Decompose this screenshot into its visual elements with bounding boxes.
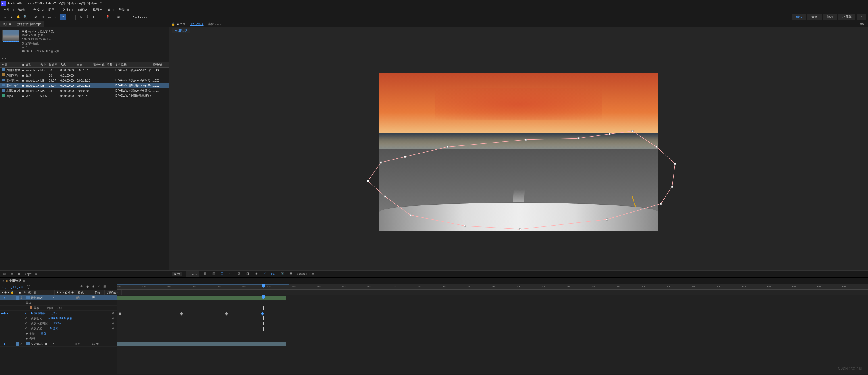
guides-icon[interactable]: ▤ <box>211 272 216 276</box>
snapshot-icon[interactable]: 📷 <box>280 272 285 276</box>
pickwhip-icon[interactable]: ⊚ <box>112 317 114 320</box>
menu-effect[interactable]: 效果(T) <box>61 8 75 12</box>
playhead-line[interactable] <box>263 295 264 374</box>
col-framerate[interactable]: 帧速率 <box>47 63 59 67</box>
mask-toggle-icon[interactable]: ◫ <box>220 272 225 276</box>
lock-icon[interactable]: 🔒 <box>172 23 175 26</box>
pickwhip-icon[interactable]: ⊚ <box>112 322 114 325</box>
exposure-icon[interactable]: ☀ <box>262 272 268 276</box>
pickwhip-icon[interactable]: ⊚ <box>112 327 114 330</box>
col-out[interactable]: 出点 <box>75 63 92 67</box>
col-in[interactable]: 入点 <box>59 63 75 67</box>
col-tape[interactable]: 磁带名称 <box>92 63 105 67</box>
menu-view[interactable]: 视图(V) <box>90 8 105 12</box>
mask-1-row[interactable]: 蒙版 1 相加 ~ 反转 <box>0 306 117 311</box>
col-parent[interactable]: 父级和链接 <box>104 290 122 295</box>
menu-file[interactable]: 文件(F) <box>1 8 16 12</box>
eye-icon[interactable]: ● <box>0 296 9 299</box>
menu-window[interactable]: 窗口 <box>105 8 116 12</box>
project-item[interactable]: 夕阳转场■合成300:01:00:00 <box>0 73 169 78</box>
roto-tool[interactable]: ✦ <box>98 14 104 20</box>
mask-name[interactable]: 蒙版 1 <box>34 307 41 310</box>
stopwatch-icon[interactable]: ⏱ <box>25 322 29 325</box>
footage-none[interactable]: 素材（无） <box>208 22 222 26</box>
pan-behind-tool[interactable]: ⊕ <box>39 14 46 20</box>
panel-menu-icon[interactable]: × <box>2 279 4 283</box>
keyframe[interactable] <box>118 312 121 315</box>
interpret-btn[interactable]: ▦ <box>2 271 7 277</box>
clone-tool[interactable]: ⌇ <box>84 14 90 20</box>
project-item[interactable]: 素材.mp4■Importe...XMB29.970:00:00:000;00;… <box>0 83 169 88</box>
bpc-label[interactable]: 8 bpc <box>24 272 32 276</box>
trash-btn[interactable]: 🗑 <box>34 271 39 277</box>
label-color[interactable] <box>16 342 19 346</box>
project-item[interactable]: .mp3■MP36.4 MB0:00:00:000:02:46:18D:\AEW… <box>0 93 169 98</box>
ws-learn[interactable]: 学习 <box>823 13 837 20</box>
layer-row-2[interactable]: ● 2 夕阳素材.mp4 ⁄ 正常 ◎ 无 <box>0 341 117 347</box>
motion-blur-icon[interactable]: ◉ <box>91 285 95 289</box>
switches[interactable]: ⁄ <box>54 296 75 299</box>
comp-sub-link[interactable]: 夕阳转场 <box>172 28 190 33</box>
blend-mode[interactable]: 正常 <box>75 342 92 346</box>
project-item[interactable]: 水墨1.mp4■Importe...XMB250:00:00:000:01:00… <box>0 88 169 93</box>
home-tool[interactable]: ⌂ <box>2 14 8 20</box>
rect-tool[interactable]: ▭ <box>46 14 53 20</box>
roi-icon[interactable]: ▭ <box>228 272 234 276</box>
current-time[interactable]: 0;00;11;20 <box>2 285 23 289</box>
col-mode[interactable]: 模式 <box>76 290 93 295</box>
canvas[interactable] <box>169 33 868 270</box>
fill-icon[interactable]: ▣ <box>115 14 121 20</box>
project-item[interactable]: 素材(1).mp4■Importe...XMB29.970:00:00:000:… <box>0 78 169 83</box>
stopwatch-icon[interactable]: ⏱ <box>25 327 29 330</box>
3d-icon[interactable]: ◨ <box>245 272 250 276</box>
shy-icon[interactable]: 👁 <box>80 285 84 289</box>
label-color[interactable] <box>16 296 19 299</box>
col-name[interactable]: 名称 <box>0 63 21 67</box>
keyframe[interactable] <box>261 312 264 315</box>
col-type[interactable]: 类型 <box>24 63 39 67</box>
ws-small[interactable]: 小屏幕 <box>838 13 856 20</box>
layer-name[interactable]: 素材.mp4 <box>25 296 54 300</box>
draft-3d-icon[interactable]: ▦ <box>102 285 107 289</box>
res-dropdown[interactable]: (二分... <box>186 271 199 277</box>
keyframe[interactable] <box>225 312 228 315</box>
tab-menu-icon[interactable]: ≡ <box>23 279 25 283</box>
ellipse-tool[interactable]: ○ <box>53 14 59 20</box>
graph-icon[interactable]: ⫽ <box>97 285 101 289</box>
mask-invert[interactable]: 反转 <box>56 307 62 310</box>
grid-icon[interactable]: ▦ <box>203 272 208 276</box>
channel-icon[interactable]: ◉ <box>254 272 259 276</box>
frame-blend-icon[interactable]: ◐ <box>85 285 90 289</box>
mask-color[interactable] <box>30 306 32 309</box>
col-comment[interactable]: 注释 <box>105 63 114 67</box>
layer-1-bar[interactable] <box>117 296 286 300</box>
learn-tab[interactable]: 学习 <box>860 22 866 26</box>
brush-tool[interactable]: ✎ <box>77 14 84 20</box>
timeline-search[interactable] <box>27 285 30 289</box>
transform-reset[interactable]: 重置 <box>41 332 46 336</box>
matte-dd[interactable]: ◎ 无 <box>92 342 99 345</box>
mask-prop-row[interactable]: ⏱蒙版不透明度100%⊚ <box>0 321 117 326</box>
menu-anim[interactable]: 动画(A) <box>75 8 91 12</box>
mask-mode[interactable]: 相加 <box>47 307 53 310</box>
layer-2-bar[interactable] <box>117 342 286 346</box>
pickwhip-icon[interactable]: ⊚ <box>112 312 114 315</box>
switches[interactable]: ⁄ <box>54 342 75 345</box>
folder-btn[interactable]: ▭ <box>9 271 14 277</box>
zoom-tool[interactable]: 🔍 <box>22 14 28 20</box>
project-search[interactable] <box>0 56 169 62</box>
transform-group[interactable]: ▶ 变换 重置 <box>0 331 117 336</box>
audio-group[interactable]: ▶ 音频 <box>0 336 117 341</box>
new-comp-btn[interactable]: ▣ <box>17 271 22 277</box>
tab-project[interactable]: 项目 ≡ <box>0 21 14 27</box>
mask-prop-row[interactable]: ⏱蒙版扩展0.0 像素⊚ <box>0 326 117 331</box>
keyframe[interactable] <box>180 312 183 315</box>
orbit-tool[interactable]: ◉ <box>33 14 39 20</box>
project-item[interactable]: 夕阳素材.mp4■Importe...XMB300:00:00:000:00:1… <box>0 68 169 73</box>
layer-name[interactable]: 夕阳素材.mp4 <box>25 342 54 346</box>
matte-dd[interactable]: 无 <box>92 296 95 299</box>
col-video[interactable]: 视频信息 <box>151 63 162 67</box>
exposure-value[interactable]: +0.0 <box>271 272 277 276</box>
kf-nav[interactable]: ◂ ◆ ▸ <box>0 312 9 315</box>
show-snapshot-icon[interactable]: ▣ <box>288 272 293 276</box>
